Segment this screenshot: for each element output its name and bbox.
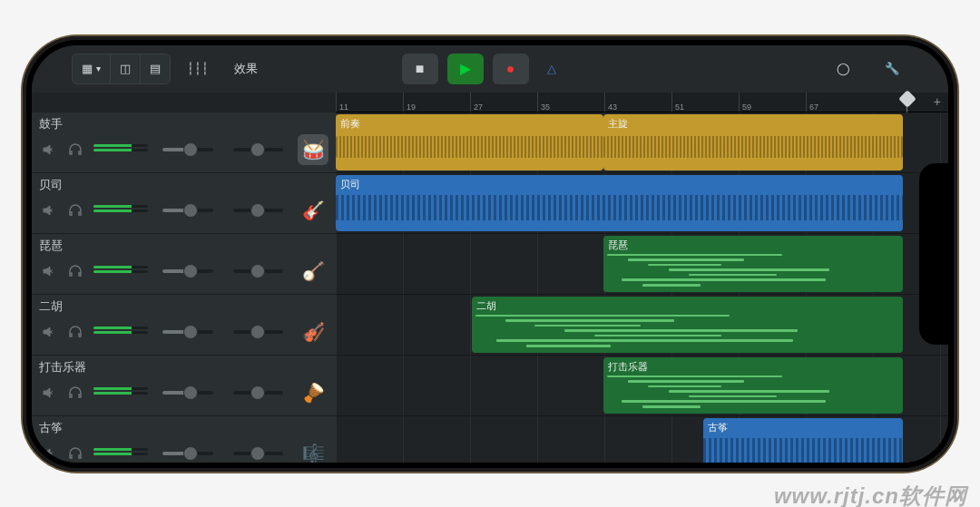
- region[interactable]: 古筝: [703, 418, 903, 463]
- instrument-icon[interactable]: 🎻: [298, 317, 328, 347]
- pan-slider[interactable]: [233, 209, 284, 212]
- pan-slider[interactable]: [233, 330, 284, 334]
- slider-knob[interactable]: [183, 446, 198, 461]
- instrument-icon[interactable]: 🎼: [298, 438, 328, 463]
- slider-knob[interactable]: [183, 325, 198, 339]
- track-name: 鼓手: [39, 116, 328, 132]
- slider-knob[interactable]: [183, 385, 198, 400]
- region[interactable]: 打击乐器: [603, 357, 903, 414]
- pan-slider[interactable]: [233, 391, 284, 395]
- headphones-icon: [67, 324, 83, 340]
- track-header[interactable]: 古筝 🎼: [32, 416, 336, 463]
- loop-button[interactable]: ◯: [828, 54, 859, 84]
- record-button[interactable]: ●: [493, 54, 529, 84]
- slider-knob[interactable]: [183, 264, 198, 278]
- play-button[interactable]: ▶: [447, 54, 484, 84]
- view-dropdown-button[interactable]: ▦ ▾: [72, 54, 110, 84]
- mute-button[interactable]: [39, 201, 57, 219]
- mute-button[interactable]: [39, 323, 57, 341]
- pan-slider[interactable]: [233, 269, 284, 273]
- timeline-lane[interactable]: 打击乐器: [336, 356, 948, 416]
- region[interactable]: 贝司: [336, 175, 903, 231]
- stop-button[interactable]: ■: [402, 54, 438, 84]
- track-name: 古筝: [39, 420, 328, 436]
- pan-slider[interactable]: [233, 452, 284, 455]
- speaker-muted-icon: [41, 446, 55, 461]
- region-content: [603, 374, 903, 410]
- headphones-button[interactable]: [66, 201, 84, 219]
- track-header[interactable]: 琵琶 🪕: [32, 234, 336, 295]
- headphones-icon: [67, 385, 83, 401]
- volume-slider[interactable]: [162, 269, 213, 273]
- timeline-ruler[interactable]: + 1119273543515967: [336, 93, 948, 112]
- instrument-icon[interactable]: 🪕: [298, 256, 328, 287]
- slider-knob[interactable]: [250, 203, 265, 218]
- headphones-button[interactable]: [66, 444, 84, 463]
- timeline-lane[interactable]: 琵琶: [336, 234, 948, 295]
- region-label: 古筝: [708, 421, 898, 434]
- mute-button[interactable]: [39, 141, 57, 159]
- ruler-tick: 27: [470, 93, 483, 112]
- headphones-button[interactable]: [66, 384, 84, 402]
- ruler-tick: 67: [806, 93, 818, 112]
- settings-button[interactable]: 🔧: [876, 54, 908, 84]
- volume-slider[interactable]: [162, 391, 213, 395]
- headphones-button[interactable]: [66, 141, 84, 159]
- region-label: 琵琶: [608, 239, 898, 252]
- slider-knob[interactable]: [183, 203, 198, 218]
- timeline-lane[interactable]: 二胡: [336, 295, 948, 356]
- instrument-icon[interactable]: 🥁: [298, 134, 328, 165]
- metronome-button[interactable]: △: [538, 54, 565, 84]
- track-header[interactable]: 打击乐器 🪘: [32, 356, 336, 416]
- ruler-tick: 35: [537, 93, 550, 112]
- volume-slider[interactable]: [162, 148, 213, 151]
- slider-knob[interactable]: [250, 264, 265, 278]
- notepad-button[interactable]: ▤: [140, 54, 171, 84]
- volume-slider[interactable]: [162, 452, 213, 455]
- browser-icon: ◫: [120, 62, 131, 75]
- slider-knob[interactable]: [250, 446, 265, 461]
- region[interactable]: 主旋: [603, 114, 903, 171]
- region-content: [336, 191, 903, 228]
- track-name: 贝司: [39, 177, 328, 193]
- instrument-icon[interactable]: 🪘: [298, 377, 328, 408]
- loop-icon: ◯: [837, 62, 850, 75]
- speaker-muted-icon: [41, 264, 55, 278]
- speaker-muted-icon: [41, 203, 55, 218]
- slider-knob[interactable]: [250, 142, 265, 157]
- headphones-button[interactable]: [66, 262, 84, 280]
- mute-button[interactable]: [39, 384, 57, 402]
- level-meter: [93, 144, 148, 155]
- pan-slider[interactable]: [233, 148, 284, 151]
- timeline-lane[interactable]: 前奏主旋: [336, 112, 948, 173]
- fx-label-button[interactable]: 效果: [225, 54, 267, 84]
- region-content: [703, 434, 903, 463]
- slider-knob[interactable]: [250, 325, 265, 339]
- region[interactable]: 前奏: [336, 114, 603, 171]
- timeline-lane[interactable]: 古筝: [336, 416, 948, 463]
- browser-button[interactable]: ◫: [110, 54, 140, 84]
- headphones-button[interactable]: [66, 323, 84, 341]
- mute-button[interactable]: [39, 444, 57, 463]
- timeline[interactable]: 前奏主旋贝司琵琶二胡打击乐器古筝: [336, 112, 948, 463]
- volume-slider[interactable]: [162, 330, 213, 334]
- instrument-icon[interactable]: 🎸: [298, 195, 328, 226]
- toolbar: ▦ ▾ ◫ ▤ ┆┆┆ 效果 ■ ▶: [32, 45, 948, 93]
- region[interactable]: 二胡: [472, 297, 903, 353]
- volume-slider[interactable]: [162, 209, 213, 212]
- region[interactable]: 琵琶: [603, 236, 903, 292]
- mute-button[interactable]: [39, 262, 57, 280]
- headphones-icon: [67, 141, 83, 158]
- slider-knob[interactable]: [183, 142, 198, 157]
- timeline-lane[interactable]: 贝司: [336, 173, 948, 234]
- speaker-muted-icon: [41, 325, 55, 339]
- ruler-tick: 51: [671, 93, 684, 112]
- add-section-button[interactable]: +: [934, 93, 941, 112]
- track-header[interactable]: 贝司 🎸: [32, 173, 336, 234]
- track-header[interactable]: 鼓手 🥁: [32, 112, 336, 173]
- fx-sliders-button[interactable]: ┆┆┆: [178, 54, 218, 84]
- track-headers-panel: 鼓手 🥁 贝司: [32, 112, 336, 463]
- track-header[interactable]: 二胡 🎻: [32, 295, 336, 356]
- view-mode-group: ▦ ▾ ◫ ▤: [72, 54, 171, 84]
- slider-knob[interactable]: [250, 385, 265, 400]
